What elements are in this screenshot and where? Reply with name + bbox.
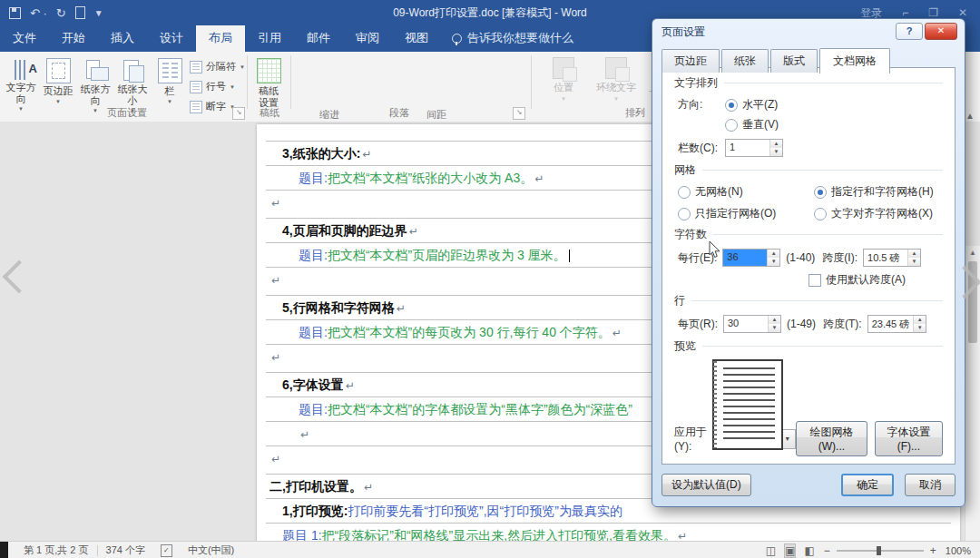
zoom-control: − + — [824, 544, 936, 557]
radio-no-grid-icon[interactable] — [678, 186, 691, 199]
char-span-label: 跨度(I): — [822, 250, 858, 266]
zoom-out-icon[interactable]: − — [824, 544, 830, 557]
chars-per-line-stepper[interactable]: 36 ▲▼ — [722, 249, 780, 267]
radio-vertical[interactable]: 垂直(V) — [725, 117, 779, 132]
set-as-default-button[interactable]: 设为默认值(D) — [662, 474, 751, 496]
radio-line-grid-only[interactable]: 只指定行网格(O) — [678, 206, 814, 221]
wrap-text-button: 环绕文字▼ — [593, 57, 640, 102]
text-run: ↵ — [534, 172, 544, 185]
read-mode-icon[interactable]: ◫ — [766, 544, 776, 557]
document-line[interactable]: 题目 1:把“段落标记”和“网格线”显示出来,然后进入打印预览,看看效果。↵ — [266, 524, 951, 541]
ribbon-tab-文件[interactable]: 文件 — [0, 25, 49, 52]
ok-button[interactable]: 确定 — [841, 474, 894, 496]
tell-me-icon — [452, 34, 462, 44]
text-run: ↵ — [678, 530, 687, 541]
text-run: ↵ — [397, 302, 406, 315]
columns-label: 栏数(C): — [678, 141, 725, 156]
radio-line-char-grid-icon[interactable] — [814, 186, 827, 199]
radio-horizontal-icon[interactable] — [725, 99, 738, 112]
zoom-level[interactable]: 100% — [946, 545, 971, 556]
ribbon-tab-布局[interactable]: 布局 — [196, 25, 245, 52]
language-status[interactable]: 中文(中国) — [180, 543, 242, 557]
proofing-status-icon[interactable]: ✓ — [161, 544, 172, 557]
row-span-label: 跨度(T): — [823, 317, 862, 332]
orientation-icon — [84, 58, 107, 82]
text-run: ↵ — [271, 274, 280, 287]
rows-per-page-stepper[interactable]: 30 ▲▼ — [723, 315, 781, 333]
ribbon-tab-设计[interactable]: 设计 — [147, 25, 196, 52]
rows-per-page-label: 每页(R): — [678, 317, 718, 332]
dialog-tab-版式[interactable]: 版式 — [770, 49, 818, 73]
radio-vertical-icon[interactable] — [725, 119, 738, 132]
collapse-ribbon-icon[interactable]: ▲ — [965, 111, 975, 121]
radio-char-align-grid-icon[interactable] — [814, 208, 827, 220]
radio-no-grid[interactable]: 无网格(N) — [678, 184, 814, 200]
paragraph-dialog-launcher-icon[interactable]: ↘ — [513, 107, 525, 120]
text-direction-icon — [15, 60, 27, 80]
text-run: 题目: — [299, 402, 328, 416]
zoom-slider-thumb[interactable] — [877, 546, 881, 555]
undo-icon[interactable]: ↶ · — [30, 7, 47, 19]
ribbon-display-options-icon[interactable]: ⌐ — [902, 6, 908, 19]
dialog-close-button[interactable]: ✕ — [925, 23, 957, 40]
ribbon-tab-插入[interactable]: 插入 — [98, 25, 147, 52]
breaks-icon — [190, 61, 202, 73]
chars-range-label: (1-40) — [786, 251, 815, 264]
restore-window-icon[interactable]: ❐ — [928, 6, 938, 19]
row-span-stepper[interactable]: 23.45 磅 ▲▼ — [867, 315, 927, 333]
text-run: ↵ — [409, 225, 418, 238]
breaks-button[interactable]: 分隔符▼ — [188, 57, 248, 76]
preview-legend: 预览 — [674, 338, 943, 354]
text-caret — [569, 250, 571, 262]
print-layout-icon[interactable]: ▣ — [785, 544, 795, 557]
text-run: 把文档“本文档”纸张的大小改为 A3。 — [328, 171, 533, 185]
radio-line-char-grid[interactable]: 指定行和字符网格(H) — [814, 184, 943, 200]
dialog-tab-纸张[interactable]: 纸张 — [721, 49, 769, 73]
ribbon-tab-视图[interactable]: 视图 — [392, 25, 441, 52]
radio-horizontal[interactable]: 水平(Z) — [725, 97, 778, 113]
ribbon-tab-引用[interactable]: 引用 — [245, 25, 294, 52]
radio-char-align-grid[interactable]: 文字对齐字符网格(X) — [814, 206, 943, 221]
page-number-status[interactable]: 第 1 页,共 2 页 — [15, 543, 97, 557]
new-document-icon[interactable] — [75, 6, 85, 19]
radio-line-grid-only-icon[interactable] — [678, 208, 691, 220]
position-button: 位置▼ — [540, 57, 587, 102]
rows-legend: 行 — [674, 293, 943, 308]
text-run: ↵ — [271, 453, 280, 465]
dialog-tab-页边距[interactable]: 页边距 — [662, 49, 720, 73]
save-icon[interactable] — [9, 7, 21, 19]
customize-qat-icon[interactable]: ▼ — [94, 8, 103, 18]
zoom-slider[interactable] — [837, 550, 924, 552]
mouse-cursor — [709, 241, 721, 259]
close-window-icon[interactable]: ✕ — [958, 6, 967, 19]
dialog-help-button[interactable]: ? — [896, 23, 923, 40]
ribbon-tab-审阅[interactable]: 审阅 — [343, 25, 392, 52]
status-bar: 第 1 页,共 2 页 374 个字 ✓ 中文(中国) ◫ ▣ ◧ − + 10… — [0, 541, 980, 558]
columns-stepper[interactable]: 1 ▲▼ — [725, 139, 783, 157]
overlay-corner — [0, 542, 8, 558]
position-icon — [553, 57, 574, 79]
drawing-grid-button[interactable]: 绘图网格(W)... — [796, 421, 867, 456]
text-run: ↵ — [612, 327, 622, 339]
page-setup-dialog-launcher-icon[interactable]: ↘ — [232, 107, 245, 120]
cancel-button[interactable]: 取消 — [905, 474, 956, 496]
line-numbers-button[interactable]: 行号▼ — [188, 77, 248, 96]
text-direction-button[interactable]: 文字方向▼ — [4, 54, 38, 114]
checkbox-icon[interactable] — [808, 274, 821, 287]
text-run: 打印前要先看“打印预览”,因“打印预览”为最真实的 — [348, 504, 622, 518]
redo-icon[interactable]: ↻ — [56, 7, 66, 19]
char-span-stepper[interactable]: 10.5 磅 ▲▼ — [863, 249, 921, 267]
font-settings-button[interactable]: 字体设置(F)... — [875, 421, 943, 456]
document-grid-tab-panel: 文字排列 方向: 水平(Z) 垂直(V) 栏数(C): 1 ▲▼ 网格 无网格(… — [662, 67, 956, 465]
word-count-status[interactable]: 374 个字 — [98, 543, 153, 557]
text-run: ↵ — [271, 351, 280, 364]
dialog-tab-文档网格[interactable]: 文档网格 — [819, 48, 890, 73]
text-run: 把文档“本文档”页眉的距边界改为 3 厘米。 — [328, 248, 566, 262]
zoom-in-icon[interactable]: + — [930, 544, 936, 557]
web-layout-icon[interactable]: ◧ — [804, 544, 814, 557]
tell-me-box[interactable]: 告诉我你想要做什么 — [441, 25, 584, 52]
use-default-span-checkbox[interactable]: 使用默认跨度(A) — [808, 272, 906, 288]
ribbon-tab-邮件[interactable]: 邮件 — [294, 25, 343, 52]
scroll-up-icon[interactable]: ▲ — [965, 246, 980, 259]
ribbon-tab-开始[interactable]: 开始 — [49, 25, 98, 52]
